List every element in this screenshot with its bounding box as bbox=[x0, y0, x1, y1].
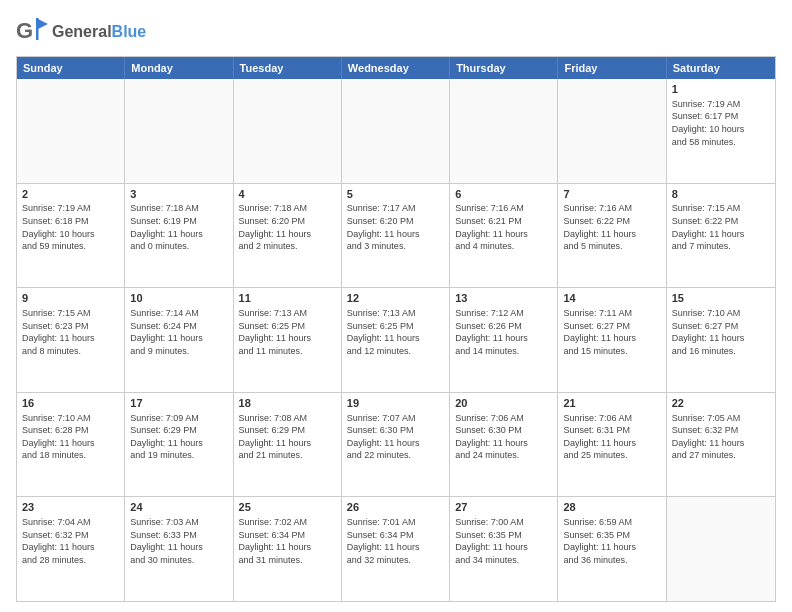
day-info: Sunrise: 7:07 AM Sunset: 6:30 PM Dayligh… bbox=[347, 412, 444, 462]
day-number: 13 bbox=[455, 291, 552, 306]
calendar-cell: 23Sunrise: 7:04 AM Sunset: 6:32 PM Dayli… bbox=[17, 497, 125, 601]
weekday-header-tuesday: Tuesday bbox=[234, 57, 342, 79]
day-number: 26 bbox=[347, 500, 444, 515]
calendar-header-row: SundayMondayTuesdayWednesdayThursdayFrid… bbox=[17, 57, 775, 79]
day-info: Sunrise: 7:18 AM Sunset: 6:19 PM Dayligh… bbox=[130, 202, 227, 252]
day-info: Sunrise: 7:10 AM Sunset: 6:28 PM Dayligh… bbox=[22, 412, 119, 462]
calendar-cell: 21Sunrise: 7:06 AM Sunset: 6:31 PM Dayli… bbox=[558, 393, 666, 497]
day-info: Sunrise: 7:14 AM Sunset: 6:24 PM Dayligh… bbox=[130, 307, 227, 357]
calendar-cell bbox=[17, 79, 125, 183]
svg-rect-2 bbox=[36, 18, 39, 40]
day-number: 1 bbox=[672, 82, 770, 97]
calendar-body: 1Sunrise: 7:19 AM Sunset: 6:17 PM Daylig… bbox=[17, 79, 775, 601]
day-info: Sunrise: 7:02 AM Sunset: 6:34 PM Dayligh… bbox=[239, 516, 336, 566]
day-info: Sunrise: 7:13 AM Sunset: 6:25 PM Dayligh… bbox=[347, 307, 444, 357]
calendar-cell bbox=[234, 79, 342, 183]
day-info: Sunrise: 7:06 AM Sunset: 6:30 PM Dayligh… bbox=[455, 412, 552, 462]
calendar-cell bbox=[450, 79, 558, 183]
calendar: SundayMondayTuesdayWednesdayThursdayFrid… bbox=[16, 56, 776, 602]
logo: G GeneralBlue bbox=[16, 16, 146, 48]
page: G GeneralBlue SundayMondayTuesdayWednesd… bbox=[0, 0, 792, 612]
calendar-cell: 7Sunrise: 7:16 AM Sunset: 6:22 PM Daylig… bbox=[558, 184, 666, 288]
day-info: Sunrise: 7:19 AM Sunset: 6:18 PM Dayligh… bbox=[22, 202, 119, 252]
day-info: Sunrise: 7:13 AM Sunset: 6:25 PM Dayligh… bbox=[239, 307, 336, 357]
day-number: 17 bbox=[130, 396, 227, 411]
calendar-row-4: 23Sunrise: 7:04 AM Sunset: 6:32 PM Dayli… bbox=[17, 497, 775, 601]
calendar-cell bbox=[125, 79, 233, 183]
day-number: 12 bbox=[347, 291, 444, 306]
calendar-cell: 16Sunrise: 7:10 AM Sunset: 6:28 PM Dayli… bbox=[17, 393, 125, 497]
calendar-cell: 20Sunrise: 7:06 AM Sunset: 6:30 PM Dayli… bbox=[450, 393, 558, 497]
calendar-row-0: 1Sunrise: 7:19 AM Sunset: 6:17 PM Daylig… bbox=[17, 79, 775, 184]
calendar-cell: 9Sunrise: 7:15 AM Sunset: 6:23 PM Daylig… bbox=[17, 288, 125, 392]
calendar-cell: 8Sunrise: 7:15 AM Sunset: 6:22 PM Daylig… bbox=[667, 184, 775, 288]
day-number: 27 bbox=[455, 500, 552, 515]
day-info: Sunrise: 7:08 AM Sunset: 6:29 PM Dayligh… bbox=[239, 412, 336, 462]
calendar-cell bbox=[342, 79, 450, 183]
calendar-cell: 18Sunrise: 7:08 AM Sunset: 6:29 PM Dayli… bbox=[234, 393, 342, 497]
calendar-cell: 19Sunrise: 7:07 AM Sunset: 6:30 PM Dayli… bbox=[342, 393, 450, 497]
day-info: Sunrise: 7:11 AM Sunset: 6:27 PM Dayligh… bbox=[563, 307, 660, 357]
day-number: 23 bbox=[22, 500, 119, 515]
calendar-cell: 22Sunrise: 7:05 AM Sunset: 6:32 PM Dayli… bbox=[667, 393, 775, 497]
calendar-cell: 10Sunrise: 7:14 AM Sunset: 6:24 PM Dayli… bbox=[125, 288, 233, 392]
calendar-cell: 2Sunrise: 7:19 AM Sunset: 6:18 PM Daylig… bbox=[17, 184, 125, 288]
calendar-cell: 27Sunrise: 7:00 AM Sunset: 6:35 PM Dayli… bbox=[450, 497, 558, 601]
day-info: Sunrise: 7:04 AM Sunset: 6:32 PM Dayligh… bbox=[22, 516, 119, 566]
day-info: Sunrise: 7:12 AM Sunset: 6:26 PM Dayligh… bbox=[455, 307, 552, 357]
day-info: Sunrise: 6:59 AM Sunset: 6:35 PM Dayligh… bbox=[563, 516, 660, 566]
day-number: 21 bbox=[563, 396, 660, 411]
day-number: 5 bbox=[347, 187, 444, 202]
calendar-cell: 28Sunrise: 6:59 AM Sunset: 6:35 PM Dayli… bbox=[558, 497, 666, 601]
calendar-cell: 11Sunrise: 7:13 AM Sunset: 6:25 PM Dayli… bbox=[234, 288, 342, 392]
calendar-cell bbox=[667, 497, 775, 601]
day-info: Sunrise: 7:03 AM Sunset: 6:33 PM Dayligh… bbox=[130, 516, 227, 566]
day-info: Sunrise: 7:15 AM Sunset: 6:23 PM Dayligh… bbox=[22, 307, 119, 357]
day-number: 14 bbox=[563, 291, 660, 306]
calendar-cell: 6Sunrise: 7:16 AM Sunset: 6:21 PM Daylig… bbox=[450, 184, 558, 288]
day-number: 9 bbox=[22, 291, 119, 306]
calendar-row-3: 16Sunrise: 7:10 AM Sunset: 6:28 PM Dayli… bbox=[17, 393, 775, 498]
day-number: 6 bbox=[455, 187, 552, 202]
day-number: 16 bbox=[22, 396, 119, 411]
calendar-cell: 14Sunrise: 7:11 AM Sunset: 6:27 PM Dayli… bbox=[558, 288, 666, 392]
calendar-cell: 1Sunrise: 7:19 AM Sunset: 6:17 PM Daylig… bbox=[667, 79, 775, 183]
day-number: 10 bbox=[130, 291, 227, 306]
day-info: Sunrise: 7:16 AM Sunset: 6:21 PM Dayligh… bbox=[455, 202, 552, 252]
day-number: 11 bbox=[239, 291, 336, 306]
calendar-cell: 17Sunrise: 7:09 AM Sunset: 6:29 PM Dayli… bbox=[125, 393, 233, 497]
weekday-header-friday: Friday bbox=[558, 57, 666, 79]
weekday-header-saturday: Saturday bbox=[667, 57, 775, 79]
calendar-cell: 24Sunrise: 7:03 AM Sunset: 6:33 PM Dayli… bbox=[125, 497, 233, 601]
calendar-cell: 15Sunrise: 7:10 AM Sunset: 6:27 PM Dayli… bbox=[667, 288, 775, 392]
day-number: 28 bbox=[563, 500, 660, 515]
calendar-cell: 5Sunrise: 7:17 AM Sunset: 6:20 PM Daylig… bbox=[342, 184, 450, 288]
day-number: 2 bbox=[22, 187, 119, 202]
weekday-header-sunday: Sunday bbox=[17, 57, 125, 79]
day-info: Sunrise: 7:19 AM Sunset: 6:17 PM Dayligh… bbox=[672, 98, 770, 148]
calendar-cell: 26Sunrise: 7:01 AM Sunset: 6:34 PM Dayli… bbox=[342, 497, 450, 601]
day-info: Sunrise: 7:16 AM Sunset: 6:22 PM Dayligh… bbox=[563, 202, 660, 252]
day-info: Sunrise: 7:18 AM Sunset: 6:20 PM Dayligh… bbox=[239, 202, 336, 252]
day-info: Sunrise: 7:15 AM Sunset: 6:22 PM Dayligh… bbox=[672, 202, 770, 252]
weekday-header-wednesday: Wednesday bbox=[342, 57, 450, 79]
weekday-header-thursday: Thursday bbox=[450, 57, 558, 79]
logo-text: General bbox=[52, 23, 112, 40]
day-info: Sunrise: 7:17 AM Sunset: 6:20 PM Dayligh… bbox=[347, 202, 444, 252]
calendar-cell: 4Sunrise: 7:18 AM Sunset: 6:20 PM Daylig… bbox=[234, 184, 342, 288]
logo-svg: G bbox=[16, 16, 48, 48]
day-number: 25 bbox=[239, 500, 336, 515]
day-info: Sunrise: 7:10 AM Sunset: 6:27 PM Dayligh… bbox=[672, 307, 770, 357]
day-info: Sunrise: 7:05 AM Sunset: 6:32 PM Dayligh… bbox=[672, 412, 770, 462]
day-number: 19 bbox=[347, 396, 444, 411]
day-info: Sunrise: 7:01 AM Sunset: 6:34 PM Dayligh… bbox=[347, 516, 444, 566]
day-info: Sunrise: 7:09 AM Sunset: 6:29 PM Dayligh… bbox=[130, 412, 227, 462]
day-number: 24 bbox=[130, 500, 227, 515]
day-number: 15 bbox=[672, 291, 770, 306]
day-number: 3 bbox=[130, 187, 227, 202]
calendar-cell: 12Sunrise: 7:13 AM Sunset: 6:25 PM Dayli… bbox=[342, 288, 450, 392]
day-number: 8 bbox=[672, 187, 770, 202]
day-number: 4 bbox=[239, 187, 336, 202]
calendar-cell: 3Sunrise: 7:18 AM Sunset: 6:19 PM Daylig… bbox=[125, 184, 233, 288]
svg-text:G: G bbox=[16, 18, 33, 43]
